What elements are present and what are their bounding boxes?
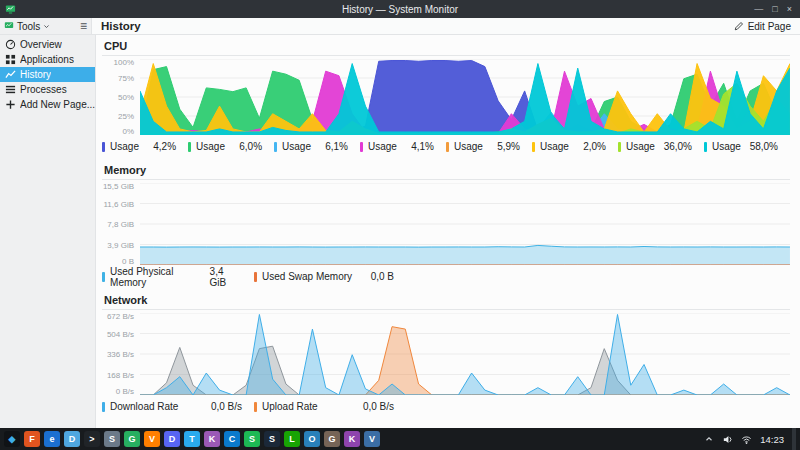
legend-entry: Usage6,0%	[188, 140, 274, 153]
network-chart	[140, 313, 790, 395]
legend-label: Usage	[712, 141, 741, 152]
cpu-section-title: CPU	[102, 36, 790, 55]
taskbar-app-krita[interactable]: K	[204, 431, 220, 447]
legend-entry: Usage5,9%	[446, 140, 532, 153]
pencil-icon	[734, 21, 744, 31]
volume-icon[interactable]	[722, 434, 733, 445]
taskbar-app-spotify[interactable]: S	[244, 431, 260, 447]
legend-entry: Upload Rate0,0 B/s	[254, 400, 406, 413]
history-icon	[5, 69, 16, 80]
taskbar-apps: ◆FeD>SGVDTKCSSLOGKV	[4, 431, 380, 447]
legend-swatch-icon	[254, 402, 257, 412]
sidebar-item-overview[interactable]: Overview	[0, 37, 95, 52]
legend-value: 0,0 B/s	[363, 401, 394, 412]
clock[interactable]: 14:23	[760, 434, 784, 445]
y-tick-label: 0 B	[122, 257, 134, 266]
page-header: History Edit Page	[92, 18, 800, 34]
legend-entry: Usage4,2%	[102, 140, 188, 153]
edit-page-button[interactable]: Edit Page	[734, 21, 791, 32]
taskbar-app-dolphin[interactable]: D	[64, 431, 80, 447]
menu-hamburger-icon[interactable]: ≡	[80, 21, 87, 31]
window-title: History — System Monitor	[0, 4, 800, 15]
legend-label: Usage	[196, 141, 225, 152]
sidebar-item-label: Add New Page...	[20, 99, 95, 110]
taskbar-app-settings[interactable]: S	[104, 431, 120, 447]
y-tick-label: 504 B/s	[107, 329, 134, 338]
network-section-title: Network	[102, 290, 790, 309]
cpu-plot	[140, 59, 790, 135]
chevron-down-icon	[43, 23, 50, 30]
legend-entry: Usage6,1%	[274, 140, 360, 153]
legend-swatch-icon	[618, 142, 621, 152]
tools-button[interactable]: Tools	[4, 21, 50, 32]
taskbar-app-edge[interactable]: e	[44, 431, 60, 447]
taskbar-app-code[interactable]: C	[224, 431, 240, 447]
y-tick-label: 0%	[122, 127, 134, 136]
sidebar-item-processes[interactable]: Processes	[0, 82, 95, 97]
y-tick-label: 100%	[114, 58, 134, 67]
legend-label: Used Swap Memory	[262, 271, 352, 282]
taskbar-app-konsole[interactable]: >	[84, 431, 100, 447]
legend-label: Download Rate	[110, 401, 178, 412]
taskbar-app-virtualbox[interactable]: V	[364, 431, 380, 447]
legend-value: 58,0%	[750, 141, 778, 152]
legend-value: 3,4 GiB	[210, 266, 242, 288]
legend-label: Used Physical Memory	[110, 266, 210, 288]
taskbar-app-gwenview[interactable]: G	[124, 431, 140, 447]
legend-label: Usage	[540, 141, 569, 152]
legend-entry: Usage4,1%	[360, 140, 446, 153]
legend-entry: Used Swap Memory0,0 B	[254, 270, 406, 283]
sidebar-item-label: Processes	[20, 84, 67, 95]
legend-entry: Usage58,0%	[704, 140, 790, 153]
legend-value: 0,0 B/s	[211, 401, 242, 412]
sidebar-item-label: Overview	[20, 39, 62, 50]
taskbar-app-telegram[interactable]: T	[184, 431, 200, 447]
sidebar-items: OverviewApplicationsHistoryProcessesAdd …	[0, 37, 95, 112]
memory-chart	[140, 183, 790, 265]
close-button[interactable]: ×	[787, 5, 792, 14]
taskbar-app-vlc[interactable]: V	[144, 431, 160, 447]
processes-icon	[5, 84, 16, 95]
show-desktop-button[interactable]	[792, 428, 796, 450]
legend-value: 5,9%	[497, 141, 520, 152]
sidebar-item-history[interactable]: History	[0, 67, 95, 82]
taskbar-app-gimp[interactable]: G	[324, 431, 340, 447]
taskbar-app-launcher[interactable]: ◆	[4, 431, 20, 447]
sidebar: OverviewApplicationsHistoryProcessesAdd …	[0, 35, 96, 428]
memory-section: Memory 15,5 GiB11,6 GiB7,8 GiB3,9 GiB0 B…	[102, 160, 790, 283]
taskbar-app-discord[interactable]: D	[164, 431, 180, 447]
y-tick-label: 11,6 GiB	[104, 199, 135, 208]
network-icon[interactable]	[741, 434, 752, 445]
taskbar-app-okular[interactable]: O	[304, 431, 320, 447]
minimize-button[interactable]: —	[754, 5, 763, 14]
sidebar-item-label: Applications	[20, 54, 74, 65]
legend-value: 4,2%	[153, 141, 176, 152]
legend-label: Usage	[454, 141, 483, 152]
sidebar-item-add-new-page[interactable]: Add New Page...	[0, 97, 95, 112]
taskbar-app-kdenlive[interactable]: K	[344, 431, 360, 447]
y-tick-label: 168 B/s	[107, 370, 134, 379]
caret-up-icon[interactable]	[704, 434, 714, 444]
sidebar-item-applications[interactable]: Applications	[0, 52, 95, 67]
legend-entry: Used Physical Memory3,4 GiB	[102, 270, 254, 283]
system-monitor-app-icon[interactable]	[5, 4, 16, 15]
toolbar: Tools ≡ History Edit Page	[0, 18, 800, 35]
taskbar-app-steam[interactable]: S	[264, 431, 280, 447]
legend-value: 6,1%	[325, 141, 348, 152]
legend-value: 36,0%	[664, 141, 692, 152]
taskbar-app-libreoffice[interactable]: L	[284, 431, 300, 447]
titlebar: History — System Monitor — □ ×	[0, 0, 800, 18]
network-section: Network 672 B/s504 B/s336 B/s168 B/s0 B/…	[102, 290, 790, 413]
y-tick-label: 50%	[118, 93, 134, 102]
y-tick-label: 15,5 GiB	[103, 182, 134, 191]
maximize-button[interactable]: □	[772, 5, 777, 14]
cpu-legend: Usage4,2%Usage6,0%Usage6,1%Usage4,1%Usag…	[102, 140, 790, 153]
y-tick-label: 672 B/s	[107, 312, 134, 321]
system-tray: 14:23	[704, 434, 784, 445]
cpu-chart	[140, 59, 790, 135]
network-legend: Download Rate0,0 B/sUpload Rate0,0 B/s	[102, 400, 790, 413]
legend-swatch-icon	[274, 142, 277, 152]
taskbar-app-firefox[interactable]: F	[24, 431, 40, 447]
legend-label: Usage	[368, 141, 397, 152]
legend-entry: Download Rate0,0 B/s	[102, 400, 254, 413]
